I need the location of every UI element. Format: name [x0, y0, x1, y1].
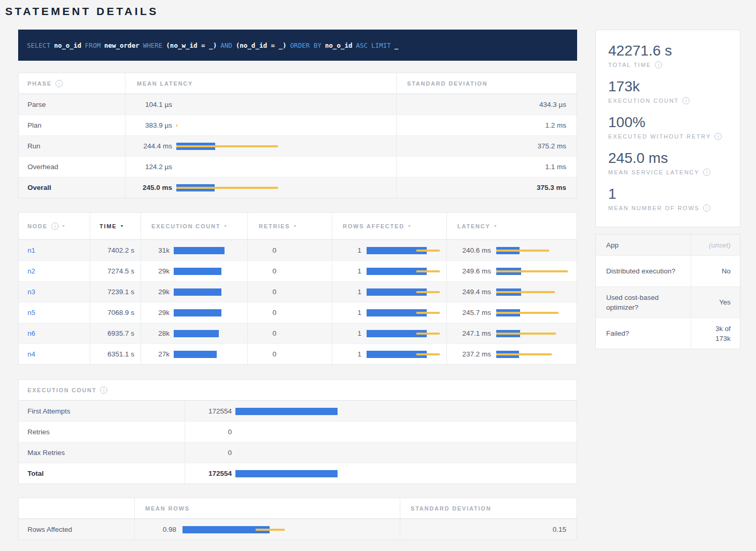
stat-total-time: 42271.6 s TOTAL TIME [608, 43, 727, 68]
mean-latency-value: 383.9 µs [125, 121, 172, 129]
detail-label: App [596, 235, 691, 255]
execution-count-bar-chart [174, 309, 241, 316]
detail-row-failed: Failed? 3k of 173k [596, 318, 740, 349]
rows-affected-bar-chart [367, 309, 442, 316]
sort-arrow-icon[interactable] [62, 224, 65, 228]
detail-value: Yes [691, 287, 740, 318]
node-table-header-row: NODE TIME EXECUTION COUNT RETRIES [19, 213, 577, 240]
node-link[interactable]: n6 [27, 329, 35, 337]
rows-affected-bar-chart [367, 247, 442, 254]
mean-latency-column-header: MEAN LATENCY [125, 73, 396, 93]
count-value: 172554 [185, 407, 232, 415]
sql-identifier: (no_w_id = _) [166, 42, 217, 49]
retries-column-header[interactable]: RETRIES [247, 213, 332, 239]
count-value: 0 [185, 428, 232, 436]
node-row: n2 7274.5 s 29k 0 1 249.6 ms [19, 260, 577, 281]
node-link[interactable]: n1 [27, 246, 35, 254]
table-row: Parse 104.1 µs 434.3 µs [19, 94, 577, 115]
detail-value: No [691, 256, 740, 286]
statement-details-page: STATEMENT DETAILS SELECTno_o_idFROMnew_o… [0, 0, 756, 540]
node-link[interactable]: n2 [27, 267, 35, 275]
phase-column-header[interactable]: PHASE [19, 73, 125, 93]
phase-label: Parse [27, 101, 46, 108]
stat-mean-service-latency: 245.0 ms MEAN SERVICE LATENCY [608, 150, 727, 176]
sql-keyword: FROM [85, 42, 101, 49]
stddev-header-label: STANDARD DEVIATION [407, 80, 487, 87]
latency-value: 249.4 ms [447, 288, 491, 296]
rows-affected-bar-chart [367, 268, 442, 275]
latency-bar-chart [176, 122, 289, 129]
info-icon[interactable] [655, 61, 662, 68]
detail-value: (unset) [691, 235, 740, 255]
info-icon[interactable] [55, 80, 63, 87]
execution-count-section-label: EXECUTION COUNT [27, 387, 96, 393]
execution-count-bar-chart [174, 351, 241, 358]
sort-arrow-icon[interactable] [494, 224, 497, 228]
info-icon[interactable] [703, 204, 710, 212]
latency-value: 247.1 ms [447, 329, 491, 337]
execution-count-column-header[interactable]: EXECUTION COUNT [141, 213, 247, 239]
sort-arrow-icon[interactable] [120, 224, 123, 228]
table-row: Rows Affected 0.98 0.15 [19, 519, 577, 540]
stddev-value: 375.2 ms [537, 142, 566, 150]
stddev-value: 0.15 [553, 526, 566, 533]
info-icon[interactable] [703, 169, 710, 176]
sql-keyword: WHERE [143, 42, 163, 49]
rows-affected-column-header[interactable]: ROWS AFFECTED [332, 213, 446, 239]
node-row: n3 7239.1 s 29k 0 1 249.4 ms [19, 281, 577, 302]
sort-arrow-icon[interactable] [408, 224, 411, 228]
rows-affected-header-row: MEAN ROWS STANDARD DEVIATION [19, 498, 577, 519]
node-header-label: NODE [27, 223, 48, 229]
count-value: 172554 [185, 470, 232, 477]
count-bar-chart [235, 470, 344, 477]
time-value: 7068.9 s [107, 309, 134, 316]
info-icon[interactable] [100, 387, 107, 394]
node-stats-table: NODE TIME EXECUTION COUNT RETRIES [18, 212, 577, 365]
count-value: 0 [185, 449, 232, 457]
execution-count-header-label: EXECUTION COUNT [151, 223, 220, 229]
node-link[interactable]: n4 [27, 350, 35, 358]
latency-value: 240.6 ms [447, 246, 491, 254]
mean-rows-header-label: MEAN ROWS [145, 505, 190, 512]
info-icon[interactable] [682, 97, 690, 104]
execution-count-bar-chart [174, 288, 241, 296]
latency-bar-chart [496, 268, 571, 275]
stat-execution-count: 173k EXECUTION COUNT [608, 78, 727, 104]
info-icon[interactable] [715, 133, 722, 140]
retries-value: 0 [248, 309, 276, 316]
stat-label: MEAN NUMBER OF ROWS [608, 205, 699, 211]
stddev-value: 375.3 ms [537, 184, 566, 191]
table-row: Overhead 124.2 µs 1.1 ms [19, 156, 577, 177]
rows-affected-value: 1 [332, 309, 361, 316]
phase-label: Overall [27, 184, 51, 191]
mean-latency-value: 104.1 µs [125, 101, 172, 108]
table-row: Retries 0 [19, 421, 577, 442]
execution-count-bar-chart [174, 268, 241, 275]
sort-arrow-icon[interactable] [223, 224, 227, 228]
rows-affected-header-label: ROWS AFFECTED [343, 223, 404, 229]
row-label: First Attempts [27, 407, 71, 415]
node-link[interactable]: n5 [27, 309, 35, 316]
stat-label: EXECUTION COUNT [608, 98, 679, 104]
time-value: 7274.5 s [107, 267, 134, 275]
sort-arrow-icon[interactable] [293, 224, 297, 228]
rows-affected-bar-chart [367, 288, 442, 296]
info-icon[interactable] [51, 223, 59, 230]
statement-details-card: App (unset) Distributed execution? No Us… [595, 234, 740, 349]
latency-value: 245.7 ms [447, 309, 491, 316]
stddev-header-label: STANDARD DEVIATION [411, 505, 491, 512]
time-column-header[interactable]: TIME [90, 213, 141, 239]
detail-label: Failed? [596, 318, 691, 349]
retries-value: 0 [248, 288, 276, 296]
latency-bar-chart [496, 351, 571, 358]
time-value: 6351.1 s [107, 350, 134, 358]
latency-column-header[interactable]: LATENCY [446, 213, 577, 239]
sql-keyword: AND [220, 42, 232, 49]
sql-keyword: LIMIT [371, 42, 391, 49]
detail-value: 3k of 173k [691, 318, 740, 349]
stddev-value: 1.1 ms [545, 163, 566, 171]
stddev-value: 1.2 ms [545, 121, 566, 129]
node-link[interactable]: n3 [27, 288, 35, 296]
node-column-header[interactable]: NODE [19, 213, 90, 239]
detail-row-cost-based-optimizer: Used cost-based optimizer? Yes [596, 286, 740, 318]
